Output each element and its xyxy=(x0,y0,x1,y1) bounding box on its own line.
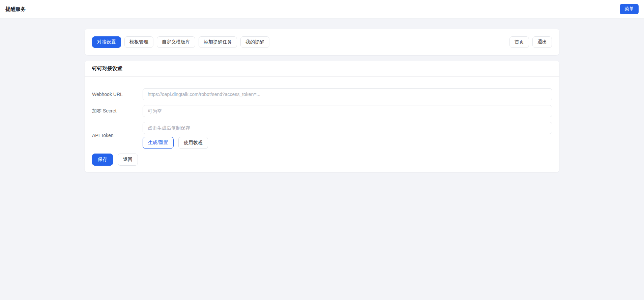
nav-card: 对接设置 模板管理 自定义模板库 添加提醒任务 我的提醒 首页 退出 xyxy=(85,29,559,55)
save-button[interactable]: 保存 xyxy=(92,154,113,166)
settings-card-title: 钉钉对接设置 xyxy=(85,61,559,77)
app-title: 提醒服务 xyxy=(5,6,26,12)
menu-button[interactable]: 菜单 xyxy=(620,4,639,14)
nav-tabs: 对接设置 模板管理 自定义模板库 添加提醒任务 我的提醒 xyxy=(92,36,269,48)
logout-button[interactable]: 退出 xyxy=(532,36,552,48)
form-row-webhook-url: Webhook URL xyxy=(92,88,552,100)
tab-add-reminder-task[interactable]: 添加提醒任务 xyxy=(199,36,237,48)
api-token-label: API Token xyxy=(92,122,143,149)
form-row-api-token: API Token 生成/重置 使用教程 xyxy=(92,122,552,149)
page-container: 对接设置 模板管理 自定义模板库 添加提醒任务 我的提醒 首页 退出 钉钉对接设… xyxy=(85,29,559,172)
settings-card: 钉钉对接设置 Webhook URL 加签 Secret API Token xyxy=(85,61,559,172)
nav-right-buttons: 首页 退出 xyxy=(509,36,552,48)
form-row-secret: 加签 Secret xyxy=(92,105,552,117)
top-bar: 提醒服务 菜单 xyxy=(0,0,644,19)
secret-label: 加签 Secret xyxy=(92,105,143,117)
tab-custom-template-library[interactable]: 自定义模板库 xyxy=(157,36,195,48)
api-token-input[interactable] xyxy=(143,122,552,134)
tab-integration-settings[interactable]: 对接设置 xyxy=(92,36,121,48)
webhook-url-input[interactable] xyxy=(143,88,552,100)
generate-reset-button[interactable]: 生成/重置 xyxy=(143,137,174,149)
webhook-url-label: Webhook URL xyxy=(92,88,143,100)
home-button[interactable]: 首页 xyxy=(509,36,529,48)
tutorial-button[interactable]: 使用教程 xyxy=(178,137,208,149)
tab-my-reminders[interactable]: 我的提醒 xyxy=(240,36,269,48)
back-button[interactable]: 返回 xyxy=(118,154,138,166)
secret-input[interactable] xyxy=(143,105,552,117)
form-actions: 保存 返回 xyxy=(92,154,552,166)
api-token-buttons: 生成/重置 使用教程 xyxy=(143,137,552,149)
tab-template-management[interactable]: 模板管理 xyxy=(124,36,153,48)
settings-form: Webhook URL 加签 Secret API Token 生成/重置 使用… xyxy=(85,77,559,166)
